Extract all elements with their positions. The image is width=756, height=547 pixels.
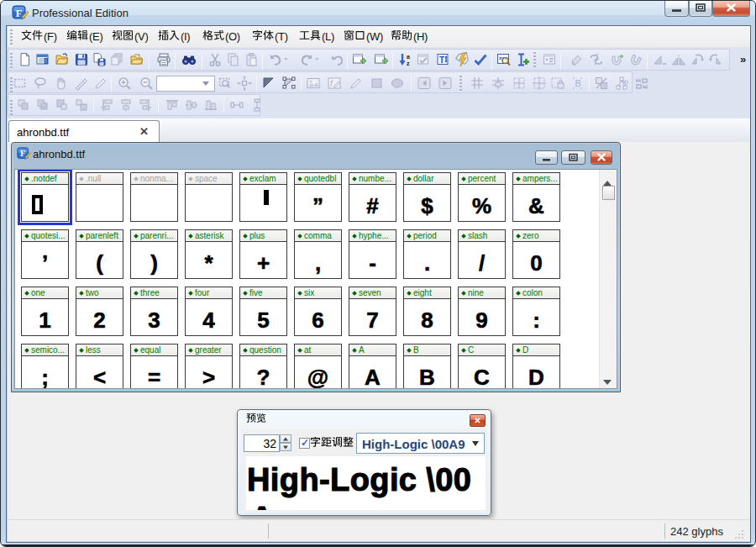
svg-text:a: a	[407, 54, 410, 60]
svg-text:z: z	[407, 60, 410, 66]
svg-text:F: F	[20, 149, 25, 158]
svg-text:T: T	[439, 55, 444, 65]
svg-text:F: F	[16, 8, 22, 19]
svg-text:B: B	[575, 78, 581, 88]
